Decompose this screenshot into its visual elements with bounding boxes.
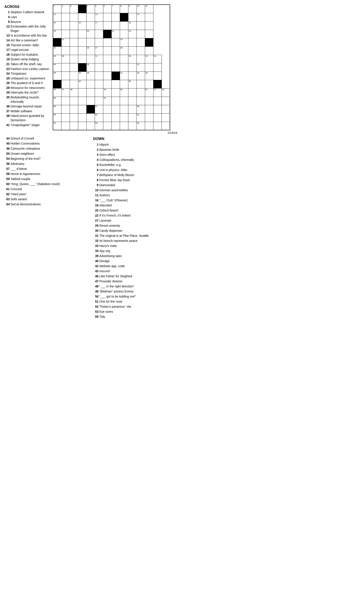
cell-0-10[interactable]: 10 [136,5,145,13]
cell-13-9[interactable] [128,113,136,122]
cell-8-1[interactable] [61,72,70,80]
cell-10-11[interactable]: 51 [145,88,153,97]
cell-8-0[interactable]: 38 [53,72,61,80]
cell-1-4[interactable] [86,13,95,21]
cell-13-3[interactable] [78,113,86,122]
cell-7-11[interactable] [145,63,153,72]
cell-10-4[interactable] [86,88,95,97]
cell-2-11[interactable] [145,21,153,30]
cell-12-0[interactable]: 56 [53,105,61,113]
cell-6-4[interactable] [86,55,95,63]
cell-11-12[interactable] [153,97,162,105]
cell-6-2[interactable] [70,55,78,63]
cell-3-8[interactable] [120,30,128,38]
cell-7-6[interactable] [103,63,111,72]
cell-4-10[interactable] [136,38,145,47]
cell-2-4[interactable] [86,21,95,30]
cell-11-2[interactable] [70,97,78,105]
cell-8-9[interactable] [128,72,136,80]
cell-9-9[interactable]: 45 [128,80,136,88]
cell-11-1[interactable] [61,97,70,105]
cell-11-7[interactable] [111,97,120,105]
cell-13-2[interactable] [70,113,78,122]
cell-8-8[interactable]: 41 [120,72,128,80]
cell-1-11[interactable] [145,13,153,21]
cell-0-11[interactable]: 11 [145,5,153,13]
cell-13-1[interactable] [61,113,70,122]
cell-9-5[interactable] [95,80,103,88]
cell-12-6[interactable] [103,105,111,113]
cell-1-5[interactable]: 13 [95,13,103,21]
cell-6-7[interactable] [111,55,120,63]
cell-1-2[interactable] [70,13,78,21]
cell-12-10[interactable]: 58 [136,105,145,113]
cell-12-13[interactable] [162,105,170,113]
cell-13-7[interactable] [111,113,120,122]
cell-2-1[interactable] [61,21,70,30]
cell-0-2[interactable]: 3 [70,5,78,13]
cell-13-6[interactable] [103,113,111,122]
cell-3-0[interactable]: 19 [53,30,61,38]
cell-7-10[interactable]: 37 [136,63,145,72]
cell-9-1[interactable] [61,80,70,88]
cell-10-0[interactable]: 46 [53,88,61,97]
cell-9-8[interactable] [120,80,128,88]
cell-12-1[interactable] [61,105,70,113]
cell-10-9[interactable] [128,88,136,97]
cell-11-13[interactable] [162,97,170,105]
cell-0-6[interactable]: 6 [103,5,111,13]
cell-6-9[interactable]: 32 [128,55,136,63]
cell-7-9[interactable] [128,63,136,72]
cell-14-4[interactable] [86,122,95,130]
cell-10-3[interactable] [78,88,86,97]
cell-14-6[interactable] [103,122,111,130]
cell-5-3[interactable] [78,47,86,55]
cell-0-9[interactable]: 9 [128,5,136,13]
cell-6-12[interactable]: 34 [153,55,162,63]
cell-3-7[interactable]: 21 [111,30,120,38]
cell-3-11[interactable] [145,30,153,38]
cell-5-4[interactable]: 26 [86,47,95,55]
cell-8-11[interactable]: 43 [145,72,153,80]
cell-5-2[interactable] [70,47,78,55]
cell-6-3[interactable] [78,55,86,63]
cell-6-11[interactable]: 33 [145,55,153,63]
cell-4-7[interactable] [111,38,120,47]
cell-6-0[interactable]: 29 [53,55,61,63]
cell-7-12[interactable] [153,63,162,72]
cell-1-7[interactable] [111,13,120,21]
cell-4-6[interactable] [103,38,111,47]
cell-13-5[interactable]: 60 [95,113,103,122]
cell-1-10[interactable]: 14 [136,13,145,21]
cell-8-6[interactable] [103,72,111,80]
cell-5-11[interactable] [145,47,153,55]
cell-6-8[interactable] [120,55,128,63]
cell-0-8[interactable]: 8 [120,5,128,13]
cell-8-5[interactable] [95,72,103,80]
cell-7-2[interactable] [70,63,78,72]
cell-12-11[interactable] [145,105,153,113]
cell-2-3[interactable]: 16 [78,21,86,30]
cell-1-1[interactable] [61,13,70,21]
cell-2-0[interactable]: 15 [53,21,61,30]
cell-7-0[interactable]: 35 [53,63,61,72]
cell-0-7[interactable]: 7 [111,5,120,13]
cell-10-10[interactable] [136,88,145,97]
cell-2-7[interactable] [111,21,120,30]
cell-2-5[interactable]: 17 [95,21,103,30]
cell-4-11[interactable] [145,38,153,47]
cell-12-3[interactable] [78,105,86,113]
cell-2-8[interactable] [120,21,128,30]
cell-12-8[interactable] [120,105,128,113]
cell-4-3[interactable] [78,38,86,47]
cell-4-8[interactable]: 24 [120,38,128,47]
cell-14-3[interactable] [78,122,86,130]
cell-0-3[interactable] [78,5,86,13]
cell-13-13[interactable] [162,113,170,122]
cell-9-6[interactable] [103,80,111,88]
cell-11-11[interactable] [145,97,153,105]
cell-3-1[interactable] [61,30,70,38]
cell-7-5[interactable] [95,63,103,72]
cell-1-8[interactable] [120,13,128,21]
cell-0-1[interactable]: 2 [61,5,70,13]
